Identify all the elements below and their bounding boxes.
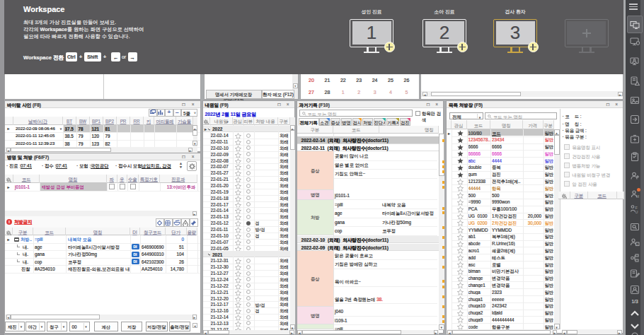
svg-text:U: U <box>636 210 638 214</box>
svg-text:x: x <box>637 243 638 246</box>
svg-text:M: M <box>636 194 639 199</box>
